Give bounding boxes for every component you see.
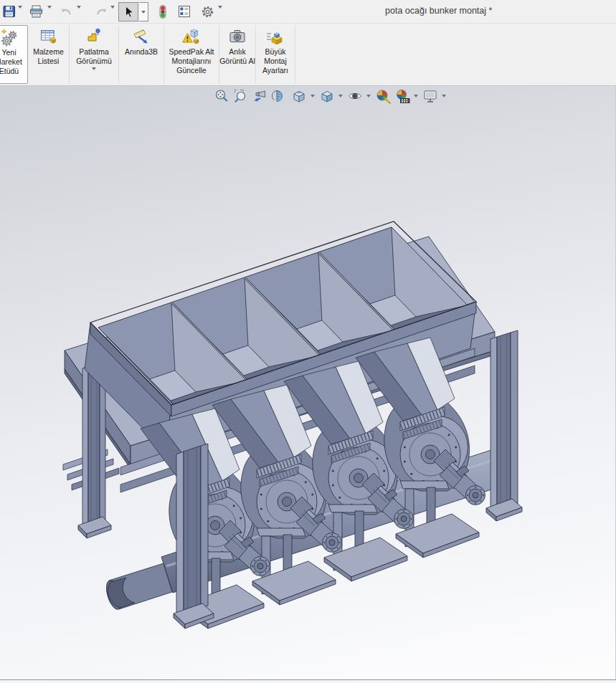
options-button[interactable] bbox=[199, 3, 216, 20]
undo-icon bbox=[60, 5, 72, 18]
ribbon-button-label: Anında3B bbox=[119, 47, 164, 57]
select-dropdown[interactable] bbox=[139, 2, 148, 22]
list-pane-icon bbox=[178, 5, 191, 18]
instant3d-icon bbox=[132, 27, 151, 46]
redo-icon bbox=[95, 5, 108, 18]
motion-study-icon bbox=[0, 28, 19, 47]
ribbon-button-large-assembly-settings[interactable]: Büyük Montaj Ayarları bbox=[256, 25, 295, 84]
undo-button[interactable] bbox=[57, 3, 75, 20]
snapshot-camera-icon bbox=[228, 27, 247, 46]
undo-dropdown-caret[interactable] bbox=[77, 6, 81, 9]
ribbon-button-exploded-view[interactable]: Patlatma Görünümü bbox=[70, 25, 119, 84]
ribbon-assembly-tab: Yeni Hareket Etüdü Malzeme Listesi Patla… bbox=[0, 24, 616, 86]
exploded-view-icon bbox=[85, 27, 103, 46]
print-button[interactable] bbox=[27, 3, 44, 20]
window-title: pota ocağı bunker montaj * bbox=[385, 6, 492, 16]
ribbon-button-label: Malzeme Listesi bbox=[28, 47, 69, 66]
3d-model-assembly[interactable] bbox=[0, 86, 616, 679]
save-icon bbox=[3, 5, 16, 18]
exploded-view-dropdown-caret[interactable] bbox=[92, 67, 96, 70]
ribbon-button-instant3d[interactable]: Anında3B bbox=[119, 25, 164, 84]
quick-access-toolbar: pota ocağı bunker montaj * bbox=[0, 0, 616, 24]
redo-dropdown-caret[interactable] bbox=[110, 6, 115, 9]
display-pane-button[interactable] bbox=[176, 3, 193, 20]
status-bar bbox=[0, 679, 616, 683]
ribbon-button-speedpak-update[interactable]: SpeedPak Alt Montajlarını Güncelle bbox=[164, 25, 219, 84]
graphics-viewport[interactable] bbox=[0, 86, 616, 679]
ribbon-button-label: SpeedPak Alt Montajlarını Güncelle bbox=[164, 47, 219, 75]
select-arrow-icon bbox=[122, 5, 135, 19]
solidworks-window: pota ocağı bunker montaj * Yeni Hareket … bbox=[0, 0, 616, 683]
printer-icon bbox=[29, 5, 43, 18]
select-tool-button[interactable] bbox=[118, 2, 138, 22]
ribbon-button-label: Yeni Hareket Etüdü bbox=[0, 48, 27, 76]
ribbon-button-label: Anlık Görüntü Al bbox=[219, 47, 255, 66]
save-button[interactable] bbox=[1, 3, 18, 20]
ribbon-button-label: Patlatma Görünümü bbox=[70, 47, 118, 66]
redo-button[interactable] bbox=[93, 3, 110, 20]
bill-of-materials-icon bbox=[39, 27, 58, 46]
ribbon-button-take-snapshot[interactable]: Anlık Görüntü Al bbox=[219, 25, 256, 84]
ribbon-button-label: Büyük Montaj Ayarları bbox=[256, 47, 295, 75]
table-leg-right[interactable] bbox=[486, 330, 522, 521]
options-dropdown-caret[interactable] bbox=[218, 6, 222, 9]
gear-icon bbox=[201, 5, 214, 19]
traffic-light-icon bbox=[156, 5, 169, 19]
large-assembly-icon bbox=[266, 27, 285, 46]
print-dropdown-caret[interactable] bbox=[47, 6, 52, 9]
ribbon-button-motion-study[interactable]: Yeni Hareket Etüdü bbox=[0, 25, 28, 84]
ribbon-button-bill-of-materials[interactable]: Malzeme Listesi bbox=[28, 25, 70, 84]
save-dropdown-caret[interactable] bbox=[18, 6, 22, 9]
status-lights-button[interactable] bbox=[154, 3, 171, 20]
table-leg-front[interactable] bbox=[174, 444, 214, 629]
speedpak-icon bbox=[182, 27, 201, 46]
